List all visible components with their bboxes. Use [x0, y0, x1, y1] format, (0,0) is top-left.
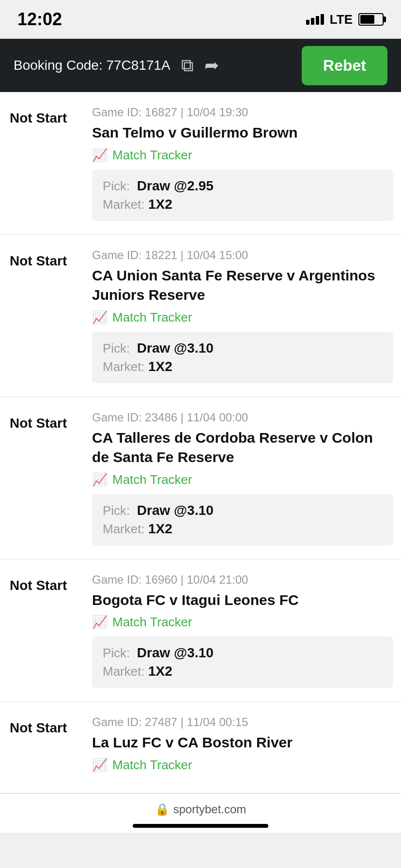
tracker-chart-icon: 📈 — [92, 472, 108, 487]
team-names: San Telmo v Guillermo Brown — [92, 123, 393, 143]
team-names: CA Union Santa Fe Reserve v Argentinos J… — [92, 266, 393, 305]
match-tracker-label: Match Tracker — [112, 615, 192, 630]
pick-value: Draw @3.10 — [137, 341, 214, 356]
market-value: 1X2 — [148, 197, 172, 212]
share-icon[interactable]: ➦ — [204, 55, 219, 76]
home-indicator — [133, 824, 268, 828]
pick-label: Pick: — [103, 646, 137, 660]
bet-item: Not StartGame ID: 16827 | 10/04 19:30San… — [0, 92, 401, 235]
bet-item: Not StartGame ID: 27487 | 11/04 00:15La … — [0, 702, 401, 793]
bet-content: Game ID: 27487 | 11/04 00:15La Luz FC v … — [92, 715, 401, 779]
tracker-chart-icon: 📈 — [92, 148, 108, 163]
bet-content: Game ID: 18221 | 10/04 15:00CA Union San… — [92, 248, 401, 383]
team-names: CA Talleres de Cordoba Reserve v Colon d… — [92, 428, 393, 467]
market-value: 1X2 — [148, 521, 172, 536]
match-tracker-label: Match Tracker — [112, 148, 192, 163]
market-row: Market: 1X2 — [103, 197, 383, 212]
market-label: Market: — [103, 359, 148, 374]
bet-status: Not Start — [0, 411, 92, 432]
market-label: Market: — [103, 664, 148, 679]
bet-content: Game ID: 23486 | 11/04 00:00CA Talleres … — [92, 411, 401, 545]
match-tracker[interactable]: 📈Match Tracker — [92, 148, 393, 163]
battery-icon — [358, 13, 384, 26]
match-tracker[interactable]: 📈Match Tracker — [92, 758, 393, 773]
booking-code: Booking Code: 77C8171A — [14, 58, 170, 73]
match-tracker-label: Match Tracker — [112, 310, 192, 325]
pick-box: Pick: Draw @3.10Market: 1X2 — [92, 332, 393, 383]
match-tracker-label: Match Tracker — [112, 758, 192, 773]
lock-icon: 🔒 — [155, 803, 170, 816]
team-names: Bogota FC v Itagui Leones FC — [92, 590, 393, 610]
game-id: Game ID: 18221 | 10/04 15:00 — [92, 248, 393, 262]
pick-row: Pick: Draw @3.10 — [103, 503, 383, 518]
bet-item: Not StartGame ID: 16960 | 10/04 21:00Bog… — [0, 559, 401, 702]
market-value: 1X2 — [148, 359, 172, 374]
status-bar: 12:02 LTE — [0, 0, 401, 39]
market-row: Market: 1X2 — [103, 521, 383, 537]
game-id: Game ID: 23486 | 11/04 00:00 — [92, 411, 393, 424]
bet-status: Not Start — [0, 715, 92, 737]
status-icons: LTE — [306, 12, 384, 27]
tracker-chart-icon: 📈 — [92, 758, 108, 773]
bet-item: Not StartGame ID: 18221 | 10/04 15:00CA … — [0, 235, 401, 397]
status-time: 12:02 — [17, 9, 62, 30]
game-id: Game ID: 16827 | 10/04 19:30 — [92, 106, 393, 119]
pick-value: Draw @2.95 — [137, 178, 214, 193]
bet-item: Not StartGame ID: 23486 | 11/04 00:00CA … — [0, 397, 401, 559]
pick-row: Pick: Draw @2.95 — [103, 178, 383, 194]
bet-status: Not Start — [0, 248, 92, 270]
market-value: 1X2 — [148, 664, 172, 679]
tracker-chart-icon: 📈 — [92, 310, 108, 325]
bet-content: Game ID: 16827 | 10/04 19:30San Telmo v … — [92, 106, 401, 221]
pick-value: Draw @3.10 — [137, 503, 214, 518]
match-tracker[interactable]: 📈Match Tracker — [92, 615, 393, 630]
rebet-button[interactable]: Rebet — [302, 46, 387, 85]
pick-label: Pick: — [103, 179, 137, 193]
header: Booking Code: 77C8171A ⧉ ➦ Rebet — [0, 39, 401, 92]
tracker-chart-icon: 📈 — [92, 615, 108, 630]
pick-label: Pick: — [103, 341, 137, 356]
team-names: La Luz FC v CA Boston River — [92, 733, 393, 753]
match-tracker-label: Match Tracker — [112, 472, 192, 487]
bet-list: Not StartGame ID: 16827 | 10/04 19:30San… — [0, 92, 401, 793]
market-row: Market: 1X2 — [103, 664, 383, 679]
game-id: Game ID: 27487 | 11/04 00:15 — [92, 715, 393, 729]
market-label: Market: — [103, 197, 148, 212]
bet-content: Game ID: 16960 | 10/04 21:00Bogota FC v … — [92, 573, 401, 688]
game-id: Game ID: 16960 | 10/04 21:00 — [92, 573, 393, 587]
pick-box: Pick: Draw @3.10Market: 1X2 — [92, 494, 393, 545]
network-label: LTE — [330, 12, 353, 27]
match-tracker[interactable]: 📈Match Tracker — [92, 472, 393, 487]
booking-section: Booking Code: 77C8171A ⧉ ➦ — [14, 55, 219, 76]
market-label: Market: — [103, 522, 148, 536]
bet-status: Not Start — [0, 106, 92, 127]
footer: 🔒 sportybet.com — [0, 793, 401, 833]
pick-row: Pick: Draw @3.10 — [103, 645, 383, 661]
match-tracker[interactable]: 📈Match Tracker — [92, 310, 393, 325]
copy-icon[interactable]: ⧉ — [181, 55, 194, 76]
pick-box: Pick: Draw @2.95Market: 1X2 — [92, 170, 393, 221]
market-row: Market: 1X2 — [103, 359, 383, 374]
site-url: sportybet.com — [173, 803, 247, 816]
pick-row: Pick: Draw @3.10 — [103, 341, 383, 356]
footer-url: 🔒 sportybet.com — [0, 803, 401, 816]
pick-box: Pick: Draw @3.10Market: 1X2 — [92, 636, 393, 688]
pick-label: Pick: — [103, 503, 137, 518]
signal-icon — [306, 14, 324, 25]
bet-status: Not Start — [0, 573, 92, 594]
pick-value: Draw @3.10 — [137, 645, 214, 660]
